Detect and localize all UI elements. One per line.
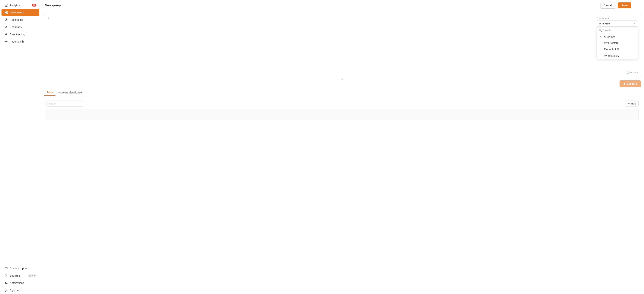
sidebar-item-error-tracking[interactable]: Error tracking bbox=[2, 31, 40, 38]
datasource-search-input[interactable] bbox=[603, 29, 636, 32]
search-icon bbox=[4, 274, 8, 278]
sidebar-label-spotlight: Spotlight bbox=[10, 274, 20, 277]
page-title: New query bbox=[45, 3, 598, 7]
svg-rect-2 bbox=[6, 11, 8, 12]
results-tabs: Table + Create visualization bbox=[44, 89, 641, 96]
datasource-option-label: Analyzee bbox=[604, 35, 615, 38]
execute-wrap: ▶ Execute bbox=[44, 80, 641, 87]
datasource-selected-value: Analyzee bbox=[599, 22, 610, 25]
sidebar-label-dashboards: Dashboards bbox=[10, 11, 24, 14]
dropdown-search-icon: 🔍 bbox=[599, 29, 602, 32]
svg-line-8 bbox=[6, 276, 7, 277]
flame-icon bbox=[4, 25, 8, 29]
sidebar-item-dashboards[interactable]: Dashboards bbox=[2, 9, 40, 16]
datasource-option-analyzee[interactable]: ✓ Analyzee bbox=[597, 33, 638, 40]
history-icon: 🕐 bbox=[626, 71, 630, 74]
results-panel: ✏ Edit bbox=[44, 98, 641, 122]
line-number-1: 1 bbox=[46, 16, 49, 19]
datasource-search: 🔍 bbox=[597, 27, 638, 33]
history-link[interactable]: 🕐 History bbox=[626, 71, 638, 74]
sidebar-label-recordings: Recordings bbox=[10, 18, 23, 21]
results-body bbox=[46, 109, 638, 120]
query-editor-inner: 1 bbox=[44, 14, 641, 76]
sidebar-label-page-health: Page health bbox=[10, 40, 24, 43]
sidebar-bottom: Contact support Spotlight ⌘ + K Notifica… bbox=[0, 263, 41, 294]
sidebar-item-spotlight[interactable]: Spotlight ⌘ + K bbox=[2, 272, 40, 279]
tab-add-label: + Create visualization bbox=[58, 91, 83, 94]
chevron-down-icon: ▾ bbox=[634, 22, 636, 25]
grid-icon bbox=[4, 11, 8, 14]
resize-dots: ≡ bbox=[342, 77, 344, 81]
results-search-input[interactable] bbox=[46, 101, 84, 106]
datasource-label: Data source bbox=[597, 17, 638, 20]
datasource-panel: Data source Analyzee ▾ 🔍 ✓ Analyzee bbox=[597, 17, 638, 26]
sidebar-item-analytics[interactable]: Analytics 10 bbox=[2, 2, 40, 9]
svg-rect-3 bbox=[5, 13, 6, 14]
svg-point-6 bbox=[6, 19, 7, 20]
svg-rect-1 bbox=[5, 11, 6, 12]
datasource-option-bigquery[interactable]: My BigQuery bbox=[597, 52, 638, 59]
sidebar-item-page-health[interactable]: Page health bbox=[2, 38, 40, 45]
check-icon: ✓ bbox=[600, 35, 602, 38]
datasource-option-label: My Firestore bbox=[604, 41, 618, 44]
line-numbers: 1 bbox=[44, 14, 51, 76]
circle-icon bbox=[4, 18, 8, 21]
more-options-button[interactable]: ⋮ bbox=[634, 2, 640, 8]
query-editor-wrap: 1 Data source Analyzee ▾ 🔍 ✓ bbox=[44, 14, 641, 76]
sidebar-label-sign-out: Sign out bbox=[10, 289, 19, 292]
cancel-button[interactable]: Cancel bbox=[600, 2, 616, 8]
datasource-option-label: My BigQuery bbox=[604, 54, 619, 57]
sidebar-label-contact-support: Contact support bbox=[10, 267, 28, 270]
analytics-badge: 10 bbox=[32, 4, 36, 6]
edit-button[interactable]: ✏ Edit bbox=[625, 101, 638, 106]
svg-point-7 bbox=[5, 275, 7, 276]
chart-icon bbox=[4, 3, 8, 7]
datasource-option-example-api[interactable]: Example API bbox=[597, 46, 638, 52]
spotlight-shortcut: ⌘ + K bbox=[28, 274, 36, 278]
datasource-option-label: Example API bbox=[604, 48, 619, 51]
history-label: History bbox=[630, 71, 638, 74]
edit-label: Edit bbox=[631, 102, 636, 105]
tab-create-visualization[interactable]: + Create visualization bbox=[56, 89, 86, 95]
sidebar-item-recordings[interactable]: Recordings bbox=[2, 16, 40, 23]
content-area: 1 Data source Analyzee ▾ 🔍 ✓ bbox=[41, 11, 644, 294]
sidebar-label-heatmaps: Heatmaps bbox=[10, 25, 22, 28]
save-button[interactable]: Save bbox=[618, 2, 631, 8]
sidebar-item-notifications[interactable]: Notifications bbox=[2, 280, 40, 287]
sidebar-item-heatmaps[interactable]: Heatmaps bbox=[2, 23, 40, 30]
bell-icon bbox=[4, 281, 8, 285]
sidebar-item-contact-support[interactable]: Contact support bbox=[2, 265, 40, 272]
main-content: New query Cancel Save ⋮ 1 Data source An… bbox=[41, 0, 644, 294]
svg-rect-4 bbox=[6, 13, 8, 14]
lightning-icon bbox=[4, 33, 8, 36]
resize-handle[interactable]: ≡ bbox=[44, 78, 641, 80]
query-editor-textarea[interactable] bbox=[51, 14, 641, 76]
page-header: New query Cancel Save ⋮ bbox=[41, 0, 644, 11]
chat-icon bbox=[4, 267, 8, 270]
datasource-select-button[interactable]: Analyzee ▾ bbox=[597, 20, 638, 26]
sidebar-label-analytics: Analytics bbox=[10, 4, 20, 7]
sidebar-top: Analytics 10 Dashboards bbox=[0, 0, 41, 263]
tab-table[interactable]: Table bbox=[44, 89, 56, 96]
sidebar: Analytics 10 Dashboards bbox=[0, 0, 41, 294]
edit-icon: ✏ bbox=[628, 102, 630, 105]
sidebar-item-sign-out[interactable]: Sign out bbox=[2, 287, 40, 294]
execute-button[interactable]: ▶ Execute bbox=[620, 80, 641, 87]
signout-icon bbox=[4, 289, 8, 292]
execute-play-icon: ▶ bbox=[624, 82, 626, 85]
datasource-option-firestore[interactable]: My Firestore bbox=[597, 40, 638, 46]
datasource-dropdown: 🔍 ✓ Analyzee My Firestore Example API bbox=[597, 27, 638, 59]
pulse-icon bbox=[4, 40, 8, 43]
more-icon: ⋮ bbox=[635, 3, 639, 7]
sidebar-label-error-tracking: Error tracking bbox=[10, 33, 26, 36]
sidebar-label-notifications: Notifications bbox=[10, 282, 24, 285]
tab-table-label: Table bbox=[47, 91, 53, 94]
results-toolbar: ✏ Edit bbox=[46, 101, 638, 106]
execute-label: Execute bbox=[627, 82, 637, 85]
